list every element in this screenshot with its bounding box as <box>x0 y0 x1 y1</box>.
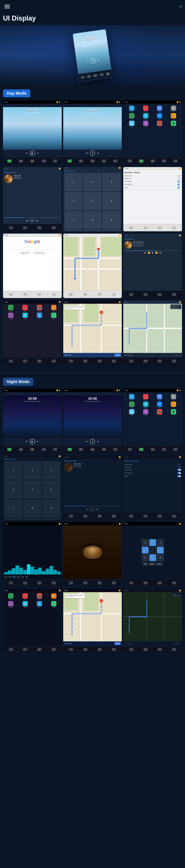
prev-btn-2[interactable]: ⏮ <box>85 152 88 155</box>
google-lucky-btn[interactable]: I'm Feeling Lucky <box>32 251 46 254</box>
dial-4[interactable]: 4 <box>64 192 83 210</box>
prev-btn[interactable]: ⏮ <box>25 152 28 155</box>
np-play[interactable]: ▶ <box>176 354 178 356</box>
night-toggle-autoanswer[interactable] <box>178 469 181 471</box>
nav-left[interactable]: ← <box>142 547 149 554</box>
night-settings-header: Bluetooth_Settings <box>125 460 181 462</box>
night-restaurant-name: Sunny Coffee Modern Restaurant <box>66 595 84 596</box>
night-next-music[interactable]: ⏭ <box>97 508 98 510</box>
local-next[interactable]: ⏭ <box>160 252 161 254</box>
night-pause-2[interactable]: ⏸ <box>90 439 95 444</box>
toggle-autoanswer[interactable] <box>178 180 181 182</box>
local-prev[interactable]: ⏮ <box>144 252 146 254</box>
dial-7[interactable]: 7 <box>64 211 83 229</box>
google-search-bar[interactable] <box>7 246 57 250</box>
dial-8[interactable]: 8 <box>83 211 102 229</box>
night-np-next[interactable]: ⏭ <box>179 643 181 645</box>
dial-1[interactable]: 1 <box>64 173 83 191</box>
nav-down[interactable]: ↓ <box>149 554 156 561</box>
btn-home[interactable]: Home <box>156 563 163 565</box>
next-btn[interactable]: ⏭ <box>36 152 39 155</box>
nav-up-right[interactable]: ↗ <box>157 539 164 546</box>
settings-screen-header: Bluetooth_Settings <box>125 172 181 174</box>
night-setting-power-label: Power <box>125 475 128 477</box>
night-dial-4[interactable]: 4 <box>4 480 23 499</box>
night-dial-7[interactable]: 7 <box>4 499 23 518</box>
local-play[interactable]: ▶ <box>152 252 154 254</box>
toggle-autoconnect[interactable] <box>178 184 181 186</box>
nav-down-left[interactable]: ↙ <box>142 554 149 561</box>
music-artist-day: Music Artist <box>14 178 60 179</box>
dial-hash[interactable]: # <box>102 230 121 231</box>
local-prev2[interactable]: ⏪ <box>148 252 150 254</box>
night-go-button[interactable]: GO <box>114 642 121 645</box>
play-btn[interactable]: ▶ <box>30 150 35 156</box>
night-toggle-power[interactable] <box>178 475 181 477</box>
night-dial-6[interactable]: 6 <box>42 480 60 499</box>
day-row-4: 10:10📶 📞Phone 🎵Music 📺YouTube 🎙Siri 🎧Pod… <box>3 300 182 365</box>
nav-menu-icon[interactable]: ≡ <box>179 4 182 9</box>
nav-down-right[interactable]: ↘ <box>157 554 164 561</box>
night-dial-2[interactable]: 2 <box>23 461 42 479</box>
dial-0[interactable]: 0 <box>83 230 102 231</box>
night-dial-5[interactable]: 5 <box>23 480 42 499</box>
next-music[interactable]: ⏭ <box>36 220 38 222</box>
next-btn-2[interactable]: ⏭ <box>97 152 100 155</box>
music-screen-header: Bluetooth_Music <box>4 172 60 174</box>
local-next2[interactable]: ⏩ <box>155 252 158 254</box>
night-play-music[interactable]: ▶ <box>90 507 95 511</box>
dial-5[interactable]: 5 <box>83 192 102 210</box>
day-music-card: 17:46📶 Bluetooth_Music Music Title Music… <box>3 167 62 231</box>
night-play-1[interactable]: ▶ <box>30 439 35 444</box>
day-nav-card: 09:35📶 Sunny Cof <box>63 300 122 365</box>
night-next-2[interactable]: ⏭ <box>97 440 100 443</box>
nav-up-left[interactable]: ↖ <box>142 539 149 546</box>
night-np-prev[interactable]: ⏮ <box>173 643 175 645</box>
not-playing-label-day: Not Playing <box>125 354 132 356</box>
night-dial-hash[interactable]: # <box>42 518 60 520</box>
hamburger-icon[interactable] <box>3 2 11 10</box>
night-toggle-autoconnect[interactable] <box>178 472 181 474</box>
nav-up[interactable]: ↑ <box>149 539 156 546</box>
dial-9[interactable]: 9 <box>102 211 121 229</box>
np-next[interactable]: ⏭ <box>179 354 181 356</box>
night-dial-0[interactable]: 0 <box>23 518 42 520</box>
btn-ok[interactable]: OK <box>142 563 148 565</box>
dial-star[interactable]: * <box>64 230 83 231</box>
night-dial-9[interactable]: 9 <box>42 499 60 518</box>
night-np-play[interactable]: ▶ <box>176 643 178 645</box>
night-dial-1[interactable]: 1 <box>4 461 23 479</box>
night-prev-2[interactable]: ⏮ <box>85 440 88 443</box>
night-music-album: Music Album <box>74 465 121 466</box>
play-music[interactable]: ▶ <box>30 218 34 223</box>
night-waveform-card: 11:54📶 <box>3 522 62 587</box>
google-search-btn[interactable]: Google Search <box>19 251 31 254</box>
prev-music[interactable]: ⏮ <box>26 220 28 222</box>
svg-point-8 <box>97 248 100 250</box>
night-prev-music[interactable]: ⏮ <box>87 508 88 510</box>
dial-2[interactable]: 2 <box>83 173 102 191</box>
nav-center[interactable]: ○ <box>149 547 156 554</box>
nav-road: Donglue Road <box>171 307 180 308</box>
restaurant-name: Sunny Coffee Modern Restaurant <box>66 306 84 308</box>
day-time-2: 20:08 <box>85 108 100 112</box>
day-player-card-1: 18:44📶 🔋 20:08 A stunning display of det… <box>3 100 62 165</box>
btn-back[interactable]: Back <box>149 563 155 565</box>
night-dial-star[interactable]: * <box>4 518 23 520</box>
np-prev[interactable]: ⏮ <box>173 354 175 356</box>
svg-rect-6 <box>84 237 95 256</box>
dial-6[interactable]: 6 <box>102 192 121 210</box>
night-dial-8[interactable]: 8 <box>23 499 42 518</box>
night-next-1[interactable]: ⏭ <box>36 440 39 443</box>
nav-right[interactable]: → <box>157 547 164 554</box>
day-row-2: 17:46📶 Bluetooth_Music Music Title Music… <box>3 167 182 231</box>
dial-3[interactable]: 3 <box>102 173 121 191</box>
night-app-grid-card: 18:44📶 🔋 ✈Tel 🎵Music PhPhone ⚙Set 📞Call … <box>123 389 182 453</box>
toggle-power[interactable] <box>178 187 181 189</box>
night-prev-1[interactable]: ⏮ <box>25 440 28 443</box>
day-row-1: 18:44📶 🔋 20:08 A stunning display of det… <box>3 100 182 165</box>
hero-device: 20:08 A stunning display of detail ⏮ ⏸ ⏭… <box>72 29 113 82</box>
pause-btn-2[interactable]: ⏸ <box>90 150 95 156</box>
night-dial-3[interactable]: 3 <box>42 461 60 479</box>
go-button[interactable]: GO <box>114 354 121 356</box>
